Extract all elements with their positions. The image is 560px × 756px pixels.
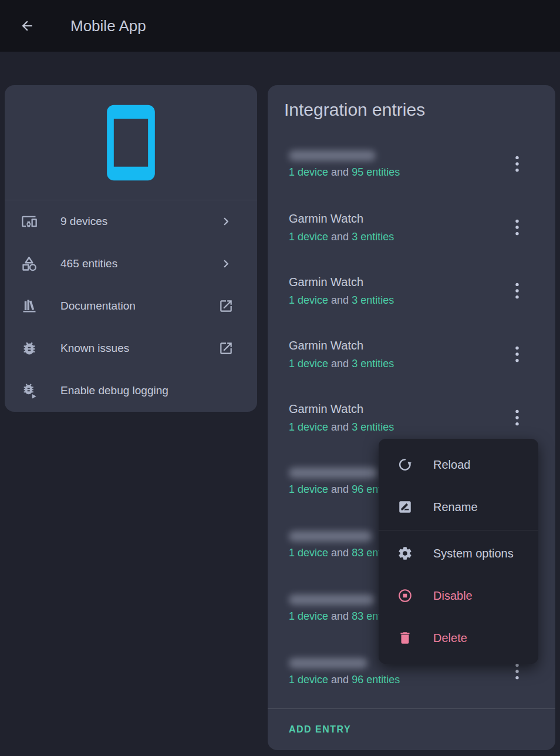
delete-icon [397,630,413,646]
dots-vertical-icon [507,281,527,301]
device-count-link[interactable]: 1 device [289,294,328,306]
entity-count-link[interactable]: 95 entities [352,166,400,178]
redacted-entry-name [289,531,372,542]
bug-play-icon [21,382,38,399]
redacted-entry-name [289,658,367,668]
menu-item-label: System options [433,547,514,560]
summary-conjunction: and [331,547,349,559]
devices-icon [21,213,38,230]
entity-count-link[interactable]: 3 entities [352,358,394,369]
device-count-link[interactable]: 1 device [289,547,328,559]
dots-vertical-icon [507,344,527,364]
entry-menu-button[interactable] [505,152,529,176]
enable-debug-logging-row[interactable]: Enable debug logging [5,369,257,412]
integration-icon-section [5,85,257,200]
mobile-app-integration-page: Mobile App 9 devices 465 entities [0,0,560,756]
documentation-row[interactable]: Documentation [5,285,257,327]
arrow-left-icon [19,18,35,33]
entry-menu-button[interactable] [505,279,529,303]
page-title: Mobile App [70,17,146,35]
entity-count-link[interactable]: 96 entities [352,674,400,686]
summary-conjunction: and [331,231,349,243]
menu-item-label: Delete [433,631,467,645]
menu-divider [379,530,538,530]
device-count-link[interactable]: 1 device [289,231,328,243]
entity-count-link[interactable]: 3 entities [352,421,394,433]
redacted-entry-name [289,150,376,161]
entity-count-link[interactable]: 3 entities [352,231,394,243]
menu-item-label: Rename [433,500,478,514]
bug-icon [21,340,38,357]
menu-item-delete[interactable]: Delete [379,617,538,659]
bookshelf-icon [21,298,38,314]
device-count-link[interactable]: 1 device [289,674,328,686]
device-count-link[interactable]: 1 device [289,421,328,433]
redacted-entry-name [289,468,378,478]
entry-row: Garmin Watch 1 device and 3 entities [268,201,555,264]
entry-context-menu: Reload Rename System options Disable De [379,439,538,664]
menu-item-label: Reload [433,458,470,472]
chevron-right-icon [218,214,234,229]
back-button[interactable] [13,12,41,40]
reload-icon [397,457,413,472]
open-in-new-icon [218,341,234,356]
summary-conjunction: and [331,674,349,686]
entry-menu-button[interactable] [505,342,529,366]
menu-item-disable[interactable]: Disable [379,574,538,617]
redacted-entry-name [289,594,375,605]
summary-conjunction: and [331,358,349,369]
menu-item-label: Disable [433,589,473,603]
known-issues-label: Known issues [60,342,218,355]
topbar: Mobile App [0,0,560,52]
integration-info-card: 9 devices 465 entities Documentation [5,85,257,412]
add-entry-button[interactable]: ADD ENTRY [268,709,555,750]
enable-debug-logging-label: Enable debug logging [60,384,234,397]
menu-item-rename[interactable]: Rename [379,486,538,528]
entry-menu-button[interactable] [505,406,529,429]
entities-row[interactable]: 465 entities [5,243,257,285]
entry-menu-button[interactable] [505,216,529,239]
entities-count-label: 465 entities [60,257,218,270]
cellphone-icon [90,102,172,184]
summary-conjunction: and [331,610,349,622]
menu-item-reload[interactable]: Reload [379,443,538,486]
device-count-link[interactable]: 1 device [289,610,328,622]
entry-row: Garmin Watch 1 device and 3 entities [268,328,555,391]
shapes-icon [21,256,38,272]
entry-row: 1 device and 95 entities [268,137,555,201]
menu-item-system-options[interactable]: System options [379,532,538,574]
devices-count-label: 9 devices [60,215,218,228]
cog-icon [397,546,413,561]
entries-card-title: Integration entries [268,85,555,120]
entity-count-link[interactable]: 3 entities [352,294,394,306]
dots-vertical-icon [507,217,527,237]
device-count-link[interactable]: 1 device [289,358,328,369]
summary-conjunction: and [331,294,349,306]
summary-conjunction: and [331,421,349,433]
device-count-link[interactable]: 1 device [289,166,328,178]
dots-vertical-icon [507,408,527,428]
dots-vertical-icon [507,154,527,174]
entry-row: Garmin Watch 1 device and 3 entities [268,264,555,328]
devices-row[interactable]: 9 devices [5,200,257,243]
known-issues-row[interactable]: Known issues [5,327,257,369]
stop-circle-icon [397,588,413,603]
summary-conjunction: and [331,166,349,178]
chevron-right-icon [218,256,234,271]
summary-conjunction: and [331,483,349,495]
dots-vertical-icon [507,661,527,681]
device-count-link[interactable]: 1 device [289,483,328,495]
documentation-label: Documentation [60,300,218,313]
rename-box-icon [397,499,413,515]
open-in-new-icon [218,298,234,314]
